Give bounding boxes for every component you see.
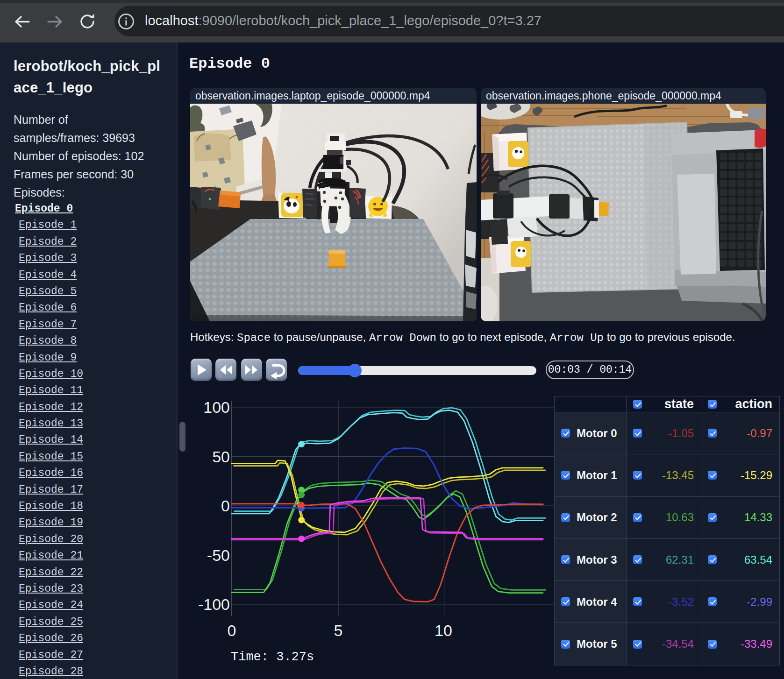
svg-text:Time: 3.27s: Time: 3.27s	[231, 650, 314, 664]
svg-text:0: 0	[228, 622, 236, 639]
svg-text:0: 0	[221, 497, 230, 515]
svg-text:-50: -50	[207, 546, 230, 564]
svg-text:50: 50	[212, 448, 230, 466]
svg-text:5: 5	[334, 622, 343, 639]
svg-text:100: 100	[203, 398, 230, 416]
svg-text:-100: -100	[198, 595, 230, 613]
svg-text:10: 10	[435, 622, 452, 639]
